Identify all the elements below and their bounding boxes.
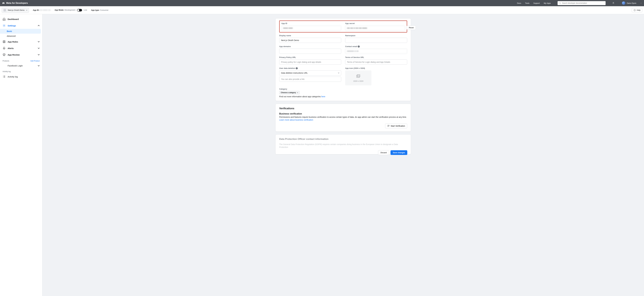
biz-verification-desc: Permissions and features require busines…	[279, 116, 407, 118]
chevron-down-icon	[26, 10, 28, 11]
avatar	[622, 2, 625, 5]
chevron-down-icon	[38, 41, 40, 43]
list-icon	[2, 75, 6, 78]
svg-text:?: ?	[634, 10, 635, 11]
category-description: Find out more information about app cate…	[279, 95, 407, 98]
main-content: App ID App secret Reset Display name	[42, 14, 644, 296]
sidebar-activitylog-label: Activity log	[0, 69, 42, 73]
field-namespace: Namespace	[345, 35, 407, 43]
chevron-down-icon	[38, 65, 40, 67]
category-learn-more-link[interactable]: here	[321, 95, 325, 98]
input-contact-email[interactable]	[345, 49, 407, 54]
field-app-domains: App domains	[279, 45, 341, 54]
help-button[interactable]: ? Help	[632, 8, 642, 12]
nav-support[interactable]: Support	[534, 2, 540, 4]
field-app-id: App ID	[281, 22, 341, 31]
sidebar-item-app-review[interactable]: App Review	[0, 52, 42, 58]
chevron-down-icon	[338, 72, 339, 74]
topbar: Meta for Developers Docs Tools Support M…	[0, 0, 644, 6]
dpo-title: Data Protection Officer contact informat…	[279, 138, 407, 141]
field-privacy-url: Privacy Policy URL	[279, 56, 341, 65]
field-app-icon: App icon (1024 x 1024) 1024 x 1024	[345, 67, 407, 85]
home-icon	[2, 18, 6, 21]
verifications-title: Verifications	[279, 107, 407, 110]
discard-button[interactable]: Discard	[378, 150, 389, 155]
nav-tools[interactable]: Tools	[525, 2, 529, 4]
field-display-name: Display name	[279, 35, 341, 43]
input-udd-link[interactable]	[279, 77, 341, 82]
category-section: Category Choose a category Find out more…	[279, 88, 407, 98]
sidebar-subitem-basic[interactable]: Basic	[0, 29, 41, 34]
mode-toggle[interactable]	[77, 9, 82, 12]
credentials-highlight: App ID App secret Reset	[279, 21, 407, 33]
field-contact-email: Contact emaili	[345, 45, 407, 54]
search-input[interactable]	[562, 2, 604, 4]
reset-button[interactable]: Reset	[407, 26, 416, 30]
input-display-name[interactable]	[279, 38, 341, 43]
dpo-desc: The General Data Protection Regulation (…	[279, 143, 407, 149]
nav-myapps[interactable]: My Apps	[544, 2, 551, 4]
app-icon	[3, 9, 6, 12]
save-button[interactable]: Save changes	[390, 150, 407, 155]
bottom-action-bar: Discard Save changes	[378, 150, 407, 155]
sidebar-item-facebook-login[interactable]: Facebook Login	[0, 63, 42, 69]
help-icon: ?	[634, 9, 636, 11]
brand-text: Meta for Developers	[6, 2, 28, 5]
sidebar-item-activity-log[interactable]: Activity log	[0, 73, 42, 80]
input-namespace[interactable]	[345, 38, 407, 43]
input-app-domains[interactable]	[279, 49, 341, 54]
sidebar-item-settings[interactable]: Settings	[0, 22, 42, 29]
sidebar-item-app-roles[interactable]: App Roles	[0, 39, 42, 45]
field-tos-url: Terms of Service URL	[345, 56, 407, 65]
chevron-up-icon	[38, 25, 40, 27]
field-user-data-deletion: User data deletioni Data deletion instru…	[279, 67, 341, 85]
sidebar-item-alerts[interactable]: Alerts	[0, 45, 42, 52]
roles-icon	[2, 40, 6, 43]
username: Dario Djuric	[627, 2, 636, 4]
biz-verification-title: Business verification	[279, 113, 407, 115]
start-verification-button[interactable]: Start Verification	[385, 124, 407, 128]
search-icon	[559, 2, 561, 4]
gear-icon	[2, 24, 6, 27]
external-icon	[387, 125, 390, 127]
category-select[interactable]: Choose a category	[279, 91, 300, 94]
biz-verification-link[interactable]: Learn more about business verification	[279, 119, 313, 121]
verifications-panel: Verifications Business verification Perm…	[276, 104, 411, 132]
svg-rect-8	[388, 125, 389, 127]
info-icon: i	[358, 46, 360, 48]
app-selector-name: Next.js OAuth Demo	[8, 9, 24, 11]
sidebar-subitem-advanced[interactable]: Advanced	[0, 34, 42, 39]
input-app-id[interactable]	[281, 26, 341, 31]
nav-docs[interactable]: Docs	[517, 2, 521, 4]
input-tos-url[interactable]	[345, 60, 407, 65]
settings-panel: App ID App secret Reset Display name	[276, 18, 411, 101]
input-privacy-url[interactable]	[279, 60, 341, 65]
app-icon-upload[interactable]: 1024 x 1024	[345, 70, 372, 85]
svg-point-0	[4, 9, 6, 11]
svg-point-5	[4, 41, 4, 42]
svg-rect-7	[357, 75, 360, 77]
chevron-down-icon	[640, 3, 642, 4]
sidebar-products-label: Products Add Product	[0, 58, 42, 63]
app-selector[interactable]: Next.js OAuth Demo	[2, 8, 29, 13]
sidebar: Dashboard Settings Basic Advanced App Ro…	[0, 14, 42, 296]
chevron-down-icon	[297, 92, 298, 93]
app-header: Next.js OAuth Demo App ID: ••• •••••• ••…	[0, 6, 644, 14]
brand-logo[interactable]: Meta for Developers	[2, 2, 28, 5]
search-box[interactable]	[558, 1, 606, 5]
chevron-down-icon	[38, 54, 40, 56]
bell-icon[interactable]	[612, 2, 614, 5]
chevron-down-icon	[38, 47, 40, 49]
app-type-display: App type: Consumer	[91, 9, 108, 11]
shield-icon	[2, 53, 6, 56]
info-icon: i	[296, 67, 298, 69]
app-id-display: App ID: ••• •••••• •••	[33, 9, 51, 11]
svg-point-3	[4, 25, 4, 26]
sidebar-item-dashboard[interactable]: Dashboard	[0, 16, 42, 22]
input-app-secret[interactable]	[345, 26, 405, 31]
user-menu[interactable]: Dario Djuric	[622, 2, 642, 5]
topbar-nav: Docs Tools Support My Apps Dario Djuric	[517, 1, 642, 5]
select-udd[interactable]: Data deletion instructions URL	[279, 70, 341, 76]
app-mode-display: App Mode: Development Live	[54, 9, 87, 12]
add-product-link[interactable]: Add Product	[30, 60, 40, 62]
